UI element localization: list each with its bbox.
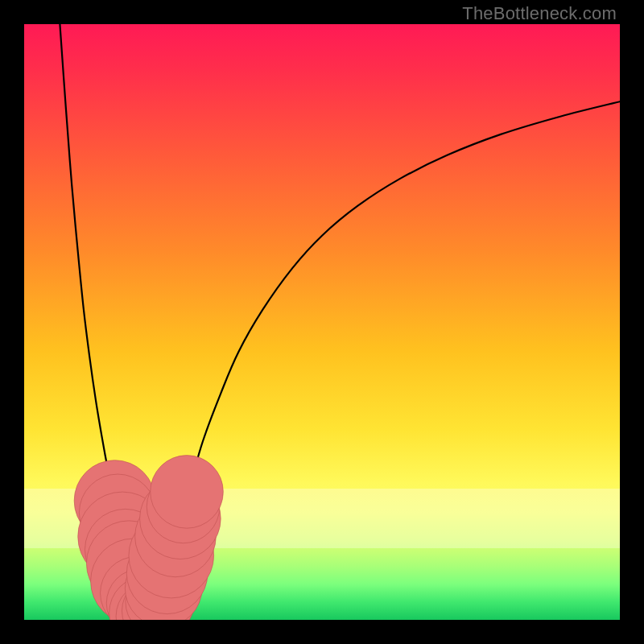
chart-frame: TheBottleneck.com [0, 0, 644, 644]
data-marker [151, 456, 224, 529]
watermark-text: TheBottleneck.com [462, 3, 617, 24]
plot-area [24, 24, 620, 620]
curve-right-branch [149, 101, 620, 617]
curve-plot [24, 24, 620, 620]
